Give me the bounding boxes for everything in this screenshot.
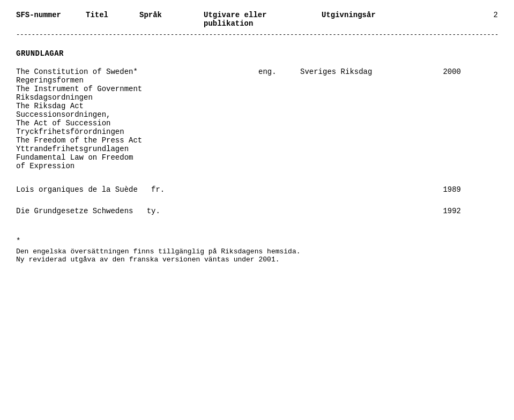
entry-title-line-4: Riksdagsordningen [16,93,252,102]
entry-title-line-5: The Riksdag Act [16,102,252,110]
entry-year: 1989 [418,185,461,194]
footnote-section: * Den engelska översättningen finns till… [16,237,498,264]
entry-title-line-11: Fundamental Law on Freedom [16,153,252,162]
divider-line: ----------------------------------------… [16,31,498,39]
header-utgivningsar: Utgivningsår [322,11,375,28]
header-utgivare: Utgivare eller publikation [204,11,322,28]
entry-title-line-8: Tryckfrihetsförordningen [16,128,252,136]
entry-title-line-2: Regeringsformen [16,76,252,85]
header-titel: Titel [86,11,139,28]
entry-title-line-6: Successionsordningen, [16,110,252,119]
entry-year: 2000 [418,68,461,170]
entry-title: Die Grundgesetze Schwedens ty. [16,207,257,215]
footnote-line-1: Den engelska översättningen finns tillgä… [16,248,498,256]
footnote-text: Den engelska översättningen finns tillgä… [16,248,498,264]
entry-title-line-9: The Freedom of the Press Act [16,136,252,145]
footnote-star: * [16,237,498,245]
entry-year: 1992 [418,207,461,215]
entry-title: The Constitution of Sweden* Regeringsfor… [16,68,257,170]
entry-title-line-10: Yttrandefrihetsgrundlagen [16,145,252,153]
entry-title-line-3: The Instrument of Government [16,85,252,93]
entry-lang [257,185,300,194]
header-sfs: SFS-nummer [16,11,86,28]
entry-publisher [300,207,418,215]
table-row: Die Grundgesetze Schwedens ty. 1992 [16,207,498,215]
entry-publisher [300,185,418,194]
entry-title-line-7: The Act of Succession [16,119,252,128]
entry-title-line-12: of Expression [16,162,252,170]
entry-title-line-1: The Constitution of Sweden* [16,68,252,76]
entry-lang [257,207,300,215]
section-heading-grundlagar: GRUNDLAGAR [16,49,498,58]
table-row: The Constitution of Sweden* Regeringsfor… [16,68,498,170]
entry-publisher: Sveriges Riksdag [300,68,418,170]
footnote-line-2: Ny reviderad utgåva av den franska versi… [16,256,498,264]
entry-lang: eng. [257,68,300,170]
table-header: SFS-nummer Titel Språk Utgivare eller pu… [16,11,498,28]
header-sprak: Språk [139,11,204,28]
entry-title: Lois organiques de la Suède fr. [16,185,257,194]
entry-title-main: Lois organiques de la Suède fr. [16,185,252,194]
table-row: Lois organiques de la Suède fr. 1989 [16,185,498,194]
entry-title-main: Die Grundgesetze Schwedens ty. [16,207,252,215]
